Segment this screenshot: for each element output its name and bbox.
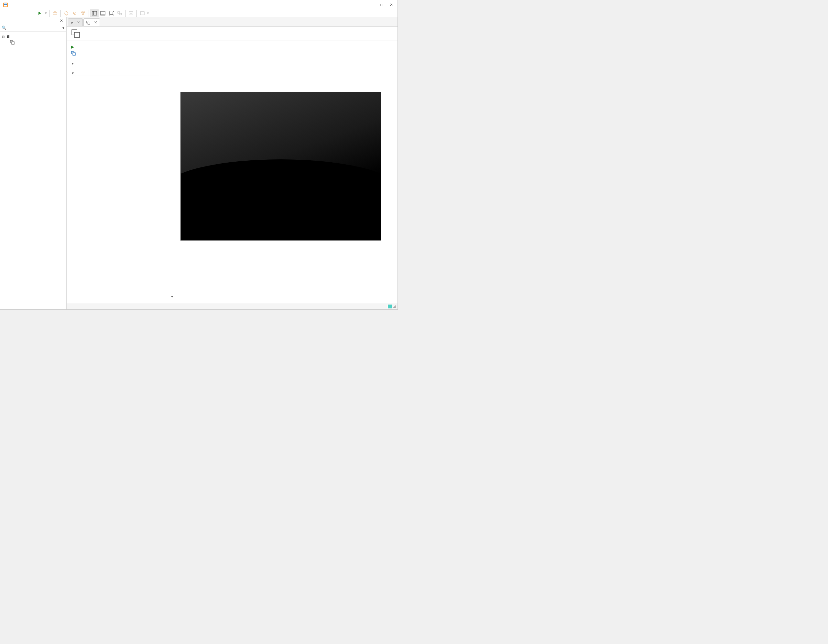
collapse-icon: ▼ [71,62,74,65]
fullscreen-button[interactable] [107,9,116,17]
revert-snapshot-button[interactable] [71,9,79,17]
minimize-button[interactable]: — [367,2,377,8]
home-icon: ⌂ [71,20,73,25]
search-dropdown-icon[interactable]: ▼ [62,26,65,30]
menu-vm[interactable] [17,13,22,14]
vm-icon [10,40,14,45]
collapse-icon[interactable]: ⊟ [2,35,5,38]
description-header[interactable]: ▼ [71,71,159,76]
view-single-button[interactable] [90,9,99,17]
titlebar: — □ ✕ [0,0,397,9]
menu-help[interactable] [28,13,33,14]
library-sidebar: ✕ 🔍 ▼ ⊟ 🖥 [0,17,67,309]
svg-rect-22 [74,32,80,38]
svg-rect-10 [100,11,105,15]
search-input[interactable] [8,25,62,30]
library-search[interactable]: 🔍 ▼ [0,24,66,32]
devices-header[interactable]: ▼ [71,62,159,66]
sidebar-close-button[interactable]: ✕ [58,19,64,23]
collapse-icon: ▼ [171,295,174,298]
vm-icon [86,21,90,25]
document-tabs: ⌂ ✕ ✕ [67,17,397,26]
menu-edit[interactable] [7,13,12,14]
tab-home[interactable]: ⌂ ✕ [68,19,83,26]
svg-rect-16 [140,12,144,15]
svg-point-6 [83,12,85,13]
menu-tabs[interactable] [22,13,28,14]
maximize-button[interactable]: □ [377,2,386,8]
svg-rect-20 [88,22,90,24]
resize-grip-icon[interactable]: ◢ [393,304,395,309]
svg-rect-18 [12,42,14,44]
manage-snapshot-button[interactable] [79,9,87,17]
send-ctrl-alt-del-button[interactable] [51,9,59,17]
close-button[interactable]: ✕ [386,2,396,8]
details-header[interactable]: ▼ [171,295,391,299]
svg-rect-8 [92,11,97,15]
svg-rect-2 [4,3,7,5]
collapse-icon: ▼ [71,71,74,75]
search-icon: 🔍 [2,25,6,30]
svg-rect-14 [120,13,122,15]
computer-icon: 🖥 [6,34,10,39]
stretch-guest-button[interactable] [127,9,135,17]
menu-view[interactable] [12,13,17,14]
play-button[interactable] [36,9,44,17]
statusbar: ◢ [67,303,397,309]
power-on-link[interactable]: ▶ [71,44,159,50]
settings-icon [71,51,76,56]
vm-preview-area [164,41,397,291]
vm-preview-thumbnail[interactable] [180,92,381,241]
library-tree: ⊟ 🖥 [0,32,66,309]
tab-close-icon[interactable]: ✕ [77,20,80,25]
app-icon [3,2,8,8]
snapshot-button[interactable] [62,9,71,17]
play-dropdown-icon[interactable]: ▼ [44,9,48,17]
tab-close-icon[interactable]: ✕ [94,20,97,25]
svg-point-4 [65,12,68,15]
svg-point-5 [82,12,83,13]
vm-summary-column: ▶ ▼ [67,41,164,303]
svg-rect-12 [110,12,113,14]
view-console-button[interactable] [99,9,107,17]
unity-button[interactable] [116,9,124,17]
app-window: — □ ✕ ▼ ▼ [0,0,398,310]
vm-large-icon [71,29,80,38]
svg-rect-13 [118,12,120,13]
svg-rect-3 [53,12,57,14]
tab-vm[interactable]: ✕ [83,19,100,26]
play-icon: ▶ [71,45,74,49]
status-indicator-icon [388,304,392,309]
edit-settings-link[interactable] [71,50,159,56]
description-placeholder[interactable] [71,77,159,81]
menu-file[interactable] [2,13,7,14]
vm-panel: ▶ ▼ [67,26,397,303]
menubar: ▼ ▼ [0,9,397,17]
autofit-button[interactable] [138,9,146,17]
tree-root-my-computer[interactable]: ⊟ 🖥 [2,34,65,39]
tree-item-vm[interactable] [2,39,65,45]
svg-point-7 [83,14,84,15]
svg-rect-24 [73,53,75,55]
